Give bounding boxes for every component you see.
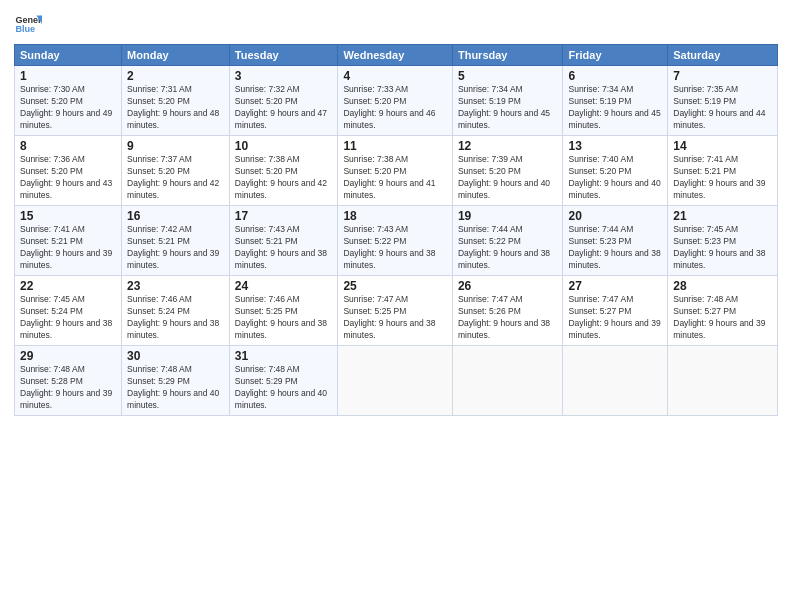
calendar-cell: 31 Sunrise: 7:48 AM Sunset: 5:29 PM Dayl… <box>229 346 338 416</box>
day-info: Sunrise: 7:43 AM Sunset: 5:21 PM Dayligh… <box>235 224 333 272</box>
calendar-cell: 24 Sunrise: 7:46 AM Sunset: 5:25 PM Dayl… <box>229 276 338 346</box>
day-number: 10 <box>235 139 333 153</box>
day-info: Sunrise: 7:40 AM Sunset: 5:20 PM Dayligh… <box>568 154 662 202</box>
calendar-cell: 19 Sunrise: 7:44 AM Sunset: 5:22 PM Dayl… <box>452 206 563 276</box>
day-number: 15 <box>20 209 116 223</box>
day-number: 6 <box>568 69 662 83</box>
calendar-cell: 10 Sunrise: 7:38 AM Sunset: 5:20 PM Dayl… <box>229 136 338 206</box>
day-number: 18 <box>343 209 447 223</box>
calendar-cell: 5 Sunrise: 7:34 AM Sunset: 5:19 PM Dayli… <box>452 66 563 136</box>
calendar-table: SundayMondayTuesdayWednesdayThursdayFrid… <box>14 44 778 416</box>
day-number: 24 <box>235 279 333 293</box>
day-info: Sunrise: 7:45 AM Sunset: 5:24 PM Dayligh… <box>20 294 116 342</box>
day-number: 14 <box>673 139 772 153</box>
calendar-cell: 11 Sunrise: 7:38 AM Sunset: 5:20 PM Dayl… <box>338 136 453 206</box>
calendar-cell: 15 Sunrise: 7:41 AM Sunset: 5:21 PM Dayl… <box>15 206 122 276</box>
day-number: 30 <box>127 349 224 363</box>
calendar-week-3: 15 Sunrise: 7:41 AM Sunset: 5:21 PM Dayl… <box>15 206 778 276</box>
day-number: 4 <box>343 69 447 83</box>
day-info: Sunrise: 7:41 AM Sunset: 5:21 PM Dayligh… <box>20 224 116 272</box>
calendar-cell: 20 Sunrise: 7:44 AM Sunset: 5:23 PM Dayl… <box>563 206 668 276</box>
day-info: Sunrise: 7:34 AM Sunset: 5:19 PM Dayligh… <box>568 84 662 132</box>
day-number: 13 <box>568 139 662 153</box>
calendar-cell: 26 Sunrise: 7:47 AM Sunset: 5:26 PM Dayl… <box>452 276 563 346</box>
day-number: 20 <box>568 209 662 223</box>
calendar-cell: 29 Sunrise: 7:48 AM Sunset: 5:28 PM Dayl… <box>15 346 122 416</box>
day-info: Sunrise: 7:37 AM Sunset: 5:20 PM Dayligh… <box>127 154 224 202</box>
calendar-cell: 6 Sunrise: 7:34 AM Sunset: 5:19 PM Dayli… <box>563 66 668 136</box>
calendar-cell: 9 Sunrise: 7:37 AM Sunset: 5:20 PM Dayli… <box>122 136 230 206</box>
day-number: 26 <box>458 279 558 293</box>
calendar-cell: 23 Sunrise: 7:46 AM Sunset: 5:24 PM Dayl… <box>122 276 230 346</box>
day-number: 31 <box>235 349 333 363</box>
calendar-cell: 30 Sunrise: 7:48 AM Sunset: 5:29 PM Dayl… <box>122 346 230 416</box>
day-number: 2 <box>127 69 224 83</box>
day-info: Sunrise: 7:47 AM Sunset: 5:27 PM Dayligh… <box>568 294 662 342</box>
day-number: 29 <box>20 349 116 363</box>
day-info: Sunrise: 7:38 AM Sunset: 5:20 PM Dayligh… <box>235 154 333 202</box>
calendar-cell: 7 Sunrise: 7:35 AM Sunset: 5:19 PM Dayli… <box>668 66 778 136</box>
day-info: Sunrise: 7:39 AM Sunset: 5:20 PM Dayligh… <box>458 154 558 202</box>
day-info: Sunrise: 7:34 AM Sunset: 5:19 PM Dayligh… <box>458 84 558 132</box>
day-info: Sunrise: 7:32 AM Sunset: 5:20 PM Dayligh… <box>235 84 333 132</box>
day-info: Sunrise: 7:47 AM Sunset: 5:26 PM Dayligh… <box>458 294 558 342</box>
day-number: 11 <box>343 139 447 153</box>
day-info: Sunrise: 7:46 AM Sunset: 5:25 PM Dayligh… <box>235 294 333 342</box>
calendar-cell: 25 Sunrise: 7:47 AM Sunset: 5:25 PM Dayl… <box>338 276 453 346</box>
calendar-week-2: 8 Sunrise: 7:36 AM Sunset: 5:20 PM Dayli… <box>15 136 778 206</box>
calendar-cell: 8 Sunrise: 7:36 AM Sunset: 5:20 PM Dayli… <box>15 136 122 206</box>
calendar-cell: 28 Sunrise: 7:48 AM Sunset: 5:27 PM Dayl… <box>668 276 778 346</box>
day-info: Sunrise: 7:30 AM Sunset: 5:20 PM Dayligh… <box>20 84 116 132</box>
calendar-cell: 22 Sunrise: 7:45 AM Sunset: 5:24 PM Dayl… <box>15 276 122 346</box>
calendar-cell: 4 Sunrise: 7:33 AM Sunset: 5:20 PM Dayli… <box>338 66 453 136</box>
calendar-cell <box>338 346 453 416</box>
day-number: 12 <box>458 139 558 153</box>
day-info: Sunrise: 7:44 AM Sunset: 5:23 PM Dayligh… <box>568 224 662 272</box>
day-info: Sunrise: 7:48 AM Sunset: 5:29 PM Dayligh… <box>127 364 224 412</box>
day-number: 19 <box>458 209 558 223</box>
day-info: Sunrise: 7:48 AM Sunset: 5:27 PM Dayligh… <box>673 294 772 342</box>
calendar-cell: 3 Sunrise: 7:32 AM Sunset: 5:20 PM Dayli… <box>229 66 338 136</box>
calendar-cell: 21 Sunrise: 7:45 AM Sunset: 5:23 PM Dayl… <box>668 206 778 276</box>
day-number: 1 <box>20 69 116 83</box>
col-header-friday: Friday <box>563 45 668 66</box>
day-info: Sunrise: 7:31 AM Sunset: 5:20 PM Dayligh… <box>127 84 224 132</box>
day-number: 23 <box>127 279 224 293</box>
col-header-monday: Monday <box>122 45 230 66</box>
calendar-week-4: 22 Sunrise: 7:45 AM Sunset: 5:24 PM Dayl… <box>15 276 778 346</box>
col-header-saturday: Saturday <box>668 45 778 66</box>
calendar-week-1: 1 Sunrise: 7:30 AM Sunset: 5:20 PM Dayli… <box>15 66 778 136</box>
day-info: Sunrise: 7:48 AM Sunset: 5:29 PM Dayligh… <box>235 364 333 412</box>
day-number: 7 <box>673 69 772 83</box>
col-header-wednesday: Wednesday <box>338 45 453 66</box>
calendar-cell <box>452 346 563 416</box>
calendar-cell: 12 Sunrise: 7:39 AM Sunset: 5:20 PM Dayl… <box>452 136 563 206</box>
day-info: Sunrise: 7:33 AM Sunset: 5:20 PM Dayligh… <box>343 84 447 132</box>
calendar-cell <box>563 346 668 416</box>
logo: General Blue <box>14 10 42 38</box>
day-info: Sunrise: 7:47 AM Sunset: 5:25 PM Dayligh… <box>343 294 447 342</box>
day-number: 22 <box>20 279 116 293</box>
col-header-tuesday: Tuesday <box>229 45 338 66</box>
day-number: 17 <box>235 209 333 223</box>
day-info: Sunrise: 7:41 AM Sunset: 5:21 PM Dayligh… <box>673 154 772 202</box>
calendar-cell: 17 Sunrise: 7:43 AM Sunset: 5:21 PM Dayl… <box>229 206 338 276</box>
day-info: Sunrise: 7:43 AM Sunset: 5:22 PM Dayligh… <box>343 224 447 272</box>
day-number: 28 <box>673 279 772 293</box>
calendar-cell: 14 Sunrise: 7:41 AM Sunset: 5:21 PM Dayl… <box>668 136 778 206</box>
day-number: 3 <box>235 69 333 83</box>
col-header-thursday: Thursday <box>452 45 563 66</box>
calendar-cell: 16 Sunrise: 7:42 AM Sunset: 5:21 PM Dayl… <box>122 206 230 276</box>
svg-text:Blue: Blue <box>15 24 35 34</box>
day-info: Sunrise: 7:36 AM Sunset: 5:20 PM Dayligh… <box>20 154 116 202</box>
calendar-cell: 18 Sunrise: 7:43 AM Sunset: 5:22 PM Dayl… <box>338 206 453 276</box>
day-number: 8 <box>20 139 116 153</box>
calendar-cell: 2 Sunrise: 7:31 AM Sunset: 5:20 PM Dayli… <box>122 66 230 136</box>
day-number: 25 <box>343 279 447 293</box>
day-info: Sunrise: 7:44 AM Sunset: 5:22 PM Dayligh… <box>458 224 558 272</box>
day-info: Sunrise: 7:46 AM Sunset: 5:24 PM Dayligh… <box>127 294 224 342</box>
calendar-cell <box>668 346 778 416</box>
day-info: Sunrise: 7:35 AM Sunset: 5:19 PM Dayligh… <box>673 84 772 132</box>
day-info: Sunrise: 7:45 AM Sunset: 5:23 PM Dayligh… <box>673 224 772 272</box>
calendar-cell: 27 Sunrise: 7:47 AM Sunset: 5:27 PM Dayl… <box>563 276 668 346</box>
